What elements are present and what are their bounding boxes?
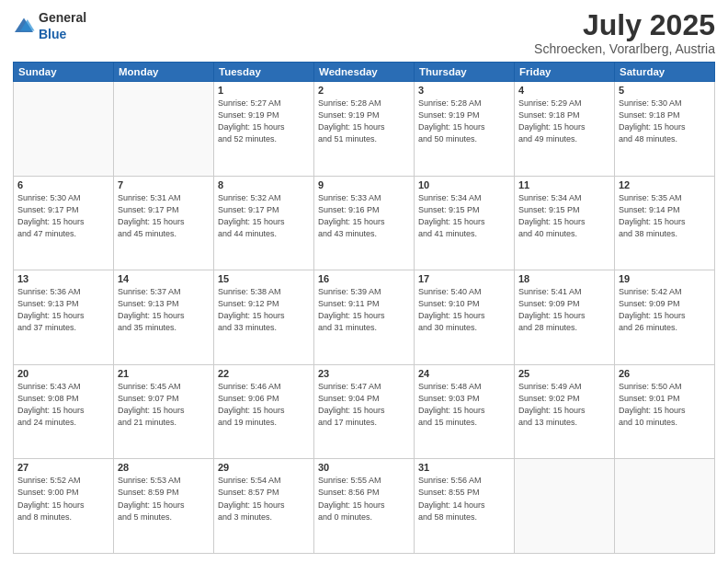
day-number: 9	[318, 179, 410, 190]
calendar: Sunday Monday Tuesday Wednesday Thursday…	[13, 62, 715, 554]
table-row: 19Sunrise: 5:42 AM Sunset: 9:09 PM Dayli…	[615, 270, 715, 365]
day-info: Sunrise: 5:55 AM Sunset: 8:56 PM Dayligh…	[318, 475, 410, 523]
table-row: 4Sunrise: 5:29 AM Sunset: 9:18 PM Daylig…	[515, 82, 615, 177]
table-row: 16Sunrise: 5:39 AM Sunset: 9:11 PM Dayli…	[314, 270, 415, 365]
day-number: 22	[218, 368, 310, 379]
table-row: 21Sunrise: 5:45 AM Sunset: 9:07 PM Dayli…	[114, 364, 214, 459]
day-info: Sunrise: 5:50 AM Sunset: 9:01 PM Dayligh…	[619, 381, 711, 429]
day-info: Sunrise: 5:56 AM Sunset: 8:55 PM Dayligh…	[418, 475, 510, 523]
day-number: 6	[17, 179, 109, 190]
day-info: Sunrise: 5:30 AM Sunset: 9:18 PM Dayligh…	[619, 98, 711, 145]
day-info: Sunrise: 5:40 AM Sunset: 9:10 PM Dayligh…	[418, 286, 510, 334]
day-number: 13	[17, 273, 109, 284]
table-row: 27Sunrise: 5:52 AM Sunset: 9:00 PM Dayli…	[14, 459, 114, 554]
header-sunday: Sunday	[14, 63, 114, 82]
table-row: 3Sunrise: 5:28 AM Sunset: 9:19 PM Daylig…	[415, 82, 515, 177]
day-number: 15	[218, 273, 310, 284]
header-friday: Friday	[515, 63, 615, 82]
day-info: Sunrise: 5:36 AM Sunset: 9:13 PM Dayligh…	[17, 286, 109, 334]
day-number: 25	[518, 368, 610, 379]
day-info: Sunrise: 5:28 AM Sunset: 9:19 PM Dayligh…	[418, 98, 510, 145]
day-number: 16	[318, 273, 410, 284]
logo-general: General	[39, 10, 86, 25]
day-number: 10	[418, 179, 510, 190]
day-number: 14	[118, 273, 210, 284]
day-info: Sunrise: 5:46 AM Sunset: 9:06 PM Dayligh…	[218, 381, 310, 429]
day-number: 26	[619, 368, 711, 379]
calendar-week-row: 13Sunrise: 5:36 AM Sunset: 9:13 PM Dayli…	[14, 270, 715, 365]
day-number: 11	[518, 179, 610, 190]
day-number: 17	[418, 273, 510, 284]
calendar-week-row: 27Sunrise: 5:52 AM Sunset: 9:00 PM Dayli…	[14, 459, 715, 554]
day-info: Sunrise: 5:32 AM Sunset: 9:17 PM Dayligh…	[218, 192, 310, 240]
day-number: 29	[218, 462, 310, 473]
day-info: Sunrise: 5:39 AM Sunset: 9:11 PM Dayligh…	[318, 286, 410, 334]
day-number: 4	[518, 85, 610, 96]
day-info: Sunrise: 5:43 AM Sunset: 9:08 PM Dayligh…	[17, 381, 109, 429]
table-row: 11Sunrise: 5:34 AM Sunset: 9:15 PM Dayli…	[515, 176, 615, 270]
day-info: Sunrise: 5:53 AM Sunset: 8:59 PM Dayligh…	[118, 475, 210, 523]
table-row: 14Sunrise: 5:37 AM Sunset: 9:13 PM Dayli…	[114, 270, 214, 365]
day-number: 20	[17, 368, 109, 379]
day-info: Sunrise: 5:41 AM Sunset: 9:09 PM Dayligh…	[518, 286, 610, 334]
table-row	[515, 459, 615, 554]
table-row: 20Sunrise: 5:43 AM Sunset: 9:08 PM Dayli…	[14, 364, 114, 459]
table-row: 22Sunrise: 5:46 AM Sunset: 9:06 PM Dayli…	[214, 364, 314, 459]
day-info: Sunrise: 5:38 AM Sunset: 9:12 PM Dayligh…	[218, 286, 310, 334]
day-number: 28	[118, 462, 210, 473]
table-row	[615, 459, 715, 554]
table-row: 7Sunrise: 5:31 AM Sunset: 9:17 PM Daylig…	[114, 176, 214, 270]
day-number: 24	[418, 368, 510, 379]
day-number: 30	[318, 462, 410, 473]
day-info: Sunrise: 5:37 AM Sunset: 9:13 PM Dayligh…	[118, 286, 210, 334]
day-number: 5	[619, 85, 711, 96]
day-info: Sunrise: 5:35 AM Sunset: 9:14 PM Dayligh…	[619, 192, 711, 240]
day-info: Sunrise: 5:52 AM Sunset: 9:00 PM Dayligh…	[17, 475, 109, 523]
calendar-week-row: 6Sunrise: 5:30 AM Sunset: 9:17 PM Daylig…	[14, 176, 715, 270]
table-row: 10Sunrise: 5:34 AM Sunset: 9:15 PM Dayli…	[415, 176, 515, 270]
day-info: Sunrise: 5:27 AM Sunset: 9:19 PM Dayligh…	[218, 98, 310, 145]
day-info: Sunrise: 5:49 AM Sunset: 9:02 PM Dayligh…	[518, 381, 610, 429]
logo-icon	[13, 17, 35, 35]
day-info: Sunrise: 5:42 AM Sunset: 9:09 PM Dayligh…	[619, 286, 711, 334]
header-thursday: Thursday	[415, 63, 515, 82]
table-row: 1Sunrise: 5:27 AM Sunset: 9:19 PM Daylig…	[214, 82, 314, 177]
day-number: 8	[218, 179, 310, 190]
day-number: 1	[218, 85, 310, 96]
table-row: 9Sunrise: 5:33 AM Sunset: 9:16 PM Daylig…	[314, 176, 415, 270]
day-number: 21	[118, 368, 210, 379]
table-row: 24Sunrise: 5:48 AM Sunset: 9:03 PM Dayli…	[415, 364, 515, 459]
sub-title: Schroecken, Vorarlberg, Austria	[534, 41, 715, 56]
table-row: 26Sunrise: 5:50 AM Sunset: 9:01 PM Dayli…	[615, 364, 715, 459]
day-info: Sunrise: 5:34 AM Sunset: 9:15 PM Dayligh…	[518, 192, 610, 240]
day-number: 12	[619, 179, 711, 190]
day-number: 3	[418, 85, 510, 96]
calendar-week-row: 1Sunrise: 5:27 AM Sunset: 9:19 PM Daylig…	[14, 82, 715, 177]
header-monday: Monday	[114, 63, 214, 82]
day-number: 2	[318, 85, 410, 96]
day-info: Sunrise: 5:30 AM Sunset: 9:17 PM Dayligh…	[17, 192, 109, 240]
table-row: 17Sunrise: 5:40 AM Sunset: 9:10 PM Dayli…	[415, 270, 515, 365]
header-wednesday: Wednesday	[314, 63, 415, 82]
day-info: Sunrise: 5:48 AM Sunset: 9:03 PM Dayligh…	[418, 381, 510, 429]
table-row: 29Sunrise: 5:54 AM Sunset: 8:57 PM Dayli…	[214, 459, 314, 554]
table-row: 15Sunrise: 5:38 AM Sunset: 9:12 PM Dayli…	[214, 270, 314, 365]
table-row: 5Sunrise: 5:30 AM Sunset: 9:18 PM Daylig…	[615, 82, 715, 177]
table-row: 18Sunrise: 5:41 AM Sunset: 9:09 PM Dayli…	[515, 270, 615, 365]
logo-blue: Blue	[39, 27, 66, 41]
table-row: 8Sunrise: 5:32 AM Sunset: 9:17 PM Daylig…	[214, 176, 314, 270]
table-row: 30Sunrise: 5:55 AM Sunset: 8:56 PM Dayli…	[314, 459, 415, 554]
table-row: 13Sunrise: 5:36 AM Sunset: 9:13 PM Dayli…	[14, 270, 114, 365]
day-info: Sunrise: 5:34 AM Sunset: 9:15 PM Dayligh…	[418, 192, 510, 240]
page: General Blue July 2025 Schroecken, Vorar…	[0, 0, 728, 563]
logo: General Blue	[13, 9, 86, 42]
calendar-week-row: 20Sunrise: 5:43 AM Sunset: 9:08 PM Dayli…	[14, 364, 715, 459]
table-row	[14, 82, 114, 177]
day-number: 18	[518, 273, 610, 284]
calendar-header-row: Sunday Monday Tuesday Wednesday Thursday…	[14, 63, 715, 82]
day-info: Sunrise: 5:47 AM Sunset: 9:04 PM Dayligh…	[318, 381, 410, 429]
day-info: Sunrise: 5:33 AM Sunset: 9:16 PM Dayligh…	[318, 192, 410, 240]
logo-text: General Blue	[39, 9, 86, 42]
table-row: 6Sunrise: 5:30 AM Sunset: 9:17 PM Daylig…	[14, 176, 114, 270]
day-info: Sunrise: 5:45 AM Sunset: 9:07 PM Dayligh…	[118, 381, 210, 429]
